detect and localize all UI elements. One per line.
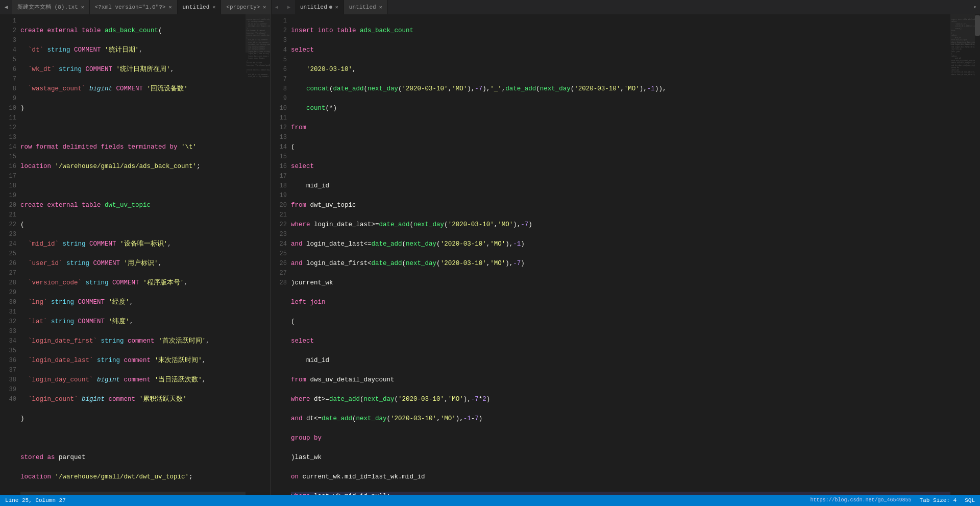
- tab-close-property[interactable]: ✕: [263, 4, 266, 10]
- left-line-numbers: 12345 678910 1112131415 1617181920 21222…: [0, 14, 20, 495]
- tab-nav-prev[interactable]: ◀: [0, 0, 12, 14]
- tab-property[interactable]: <property> ✕: [221, 0, 272, 14]
- status-right: https://blog.csdn.net/go_46549855 Tab Si…: [811, 497, 975, 503]
- status-lang: SQL: [965, 497, 975, 503]
- right-scrollbar[interactable]: [975, 14, 980, 495]
- tab-dot: [329, 6, 332, 9]
- tab-untitled-right-2[interactable]: untitled ✕: [344, 0, 388, 14]
- tab-close-untitled-right-1[interactable]: ✕: [335, 4, 338, 10]
- main-tab-bar: ◀ 新建文本文档 (8).txt ✕ <?xml version="1.0"?>…: [0, 0, 980, 14]
- status-left: Line 25, Column 27: [5, 497, 66, 503]
- left-code-content[interactable]: create external table ads_back_count( `d…: [20, 14, 246, 495]
- tab-overflow-right[interactable]: ▾: [970, 0, 980, 14]
- tab-untitled-left[interactable]: untitled ✕: [178, 0, 222, 14]
- tab-close-untitled-left[interactable]: ✕: [212, 4, 215, 10]
- tab-untitled-right-1[interactable]: untitled ✕: [295, 0, 344, 14]
- tab-new-text[interactable]: 新建文本文档 (8).txt ✕: [12, 0, 90, 14]
- status-tab-size: Tab Size: 4: [920, 497, 957, 503]
- status-bar: Line 25, Column 27 https://blog.csdn.net…: [0, 495, 980, 506]
- tab-xml[interactable]: <?xml version="1.0"?> ✕: [90, 0, 178, 14]
- tab-nav-prev-right[interactable]: ◀: [271, 0, 283, 14]
- tab-close-xml[interactable]: ✕: [168, 4, 172, 10]
- left-pane: 12345 678910 1112131415 1617181920 21222…: [0, 14, 271, 495]
- tab-close-untitled-right-2[interactable]: ✕: [379, 4, 382, 10]
- status-url: https://blog.csdn.net/go_46549855: [811, 497, 912, 503]
- left-minimap: create external table ads_back_count( dt…: [246, 14, 270, 495]
- status-position: Line 25, Column 27: [5, 497, 66, 503]
- right-code-content[interactable]: insert into table ads_back_count select …: [291, 14, 950, 495]
- tab-nav-next-right[interactable]: ▶: [283, 0, 295, 14]
- right-minimap: insert into table ads_back_count select …: [950, 14, 975, 495]
- right-pane: 12345 678910 1112131415 1617181920 21222…: [271, 14, 980, 495]
- tab-close-new-text[interactable]: ✕: [81, 4, 84, 10]
- right-line-numbers: 12345 678910 1112131415 1617181920 21222…: [271, 14, 291, 495]
